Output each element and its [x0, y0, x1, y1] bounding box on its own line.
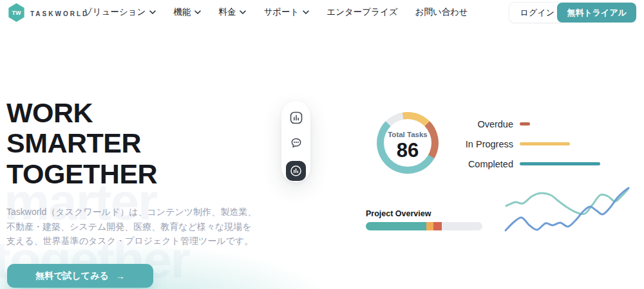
progress-segment-completed: [366, 222, 426, 230]
arrow-right-icon: →: [116, 271, 125, 281]
nav-item-label: 料金: [218, 6, 236, 18]
nav-item-enterprise[interactable]: エンタープライズ: [327, 6, 397, 18]
brand-name: TASKWORLD: [30, 10, 89, 17]
line-series-teal: [506, 189, 628, 214]
chevron-down-icon: [194, 10, 201, 14]
donut-center-value: 86: [377, 139, 439, 162]
hero-cta-label: 無料で試してみる: [35, 270, 109, 282]
project-overview-progress-bar: [366, 222, 482, 230]
hero-description: Taskworld（タスクワールド）は、コンテンツ制作、製造業、不動産・建築、シ…: [6, 205, 260, 248]
chevron-down-icon: [240, 10, 246, 14]
legend-bar-overdue: [520, 122, 530, 126]
nav-item-contact[interactable]: お問い合わせ: [415, 6, 468, 18]
legend-bar-completed: [520, 162, 600, 165]
hero-title: WORK SMARTER TOGETHER: [6, 98, 157, 189]
legend-label: Overdue: [451, 119, 513, 129]
taskworld-hexagon-icon: TW: [8, 3, 25, 22]
nav-item-label: お問い合わせ: [415, 6, 468, 18]
legend-label: In Progress: [451, 139, 513, 149]
hero-cta-button[interactable]: 無料で試してみる →: [7, 264, 153, 288]
nav-item-pricing[interactable]: 料金: [218, 6, 246, 18]
legend-label: Completed: [451, 159, 513, 169]
legend-row-in-progress: In Progress: [451, 134, 600, 154]
nav-item-label: エンタープライズ: [327, 6, 397, 18]
hero-title-line: SMARTER: [6, 128, 157, 158]
nav-item-features[interactable]: 機能: [173, 6, 201, 18]
hero-title-line: WORK: [6, 98, 157, 128]
progress-segment-in_progress: [426, 222, 433, 230]
chevron-down-icon: [303, 10, 309, 14]
bar-chart-filled-icon[interactable]: [286, 161, 306, 181]
free-trial-button[interactable]: 無料トライアル: [557, 3, 636, 23]
chat-bubble-icon[interactable]: [289, 136, 303, 150]
legend-row-overdue: Overdue: [451, 114, 600, 134]
bar-chart-outline-icon[interactable]: [289, 111, 303, 125]
taskworld-landing-page: marter together TW TASKWORLD™ ソリューション機能料…: [0, 0, 644, 289]
project-overview-title: Project Overview: [366, 209, 431, 218]
legend-row-completed: Completed: [451, 154, 600, 174]
progress-segment-overdue: [433, 222, 442, 230]
chevron-down-icon: [149, 10, 156, 14]
nav-item-support[interactable]: サポート: [263, 6, 309, 18]
brand-logo[interactable]: TW TASKWORLD™: [8, 3, 93, 22]
task-status-legend: OverdueIn ProgressCompleted: [451, 114, 600, 174]
floating-toolbar: [281, 101, 310, 182]
hero-title-line: TOGETHER: [6, 159, 157, 189]
total-tasks-donut-chart: Total Tasks 86: [377, 112, 439, 174]
donut-center-label: Total Tasks: [377, 131, 439, 138]
line-series-blue: [506, 188, 629, 230]
nav-item-label: サポート: [263, 6, 299, 18]
legend-bar-in-progress: [520, 142, 570, 145]
nav-item-label: 機能: [173, 6, 191, 18]
nav-item-label: ソリューション: [84, 6, 146, 18]
trend-line-chart: [496, 182, 641, 256]
nav-item-solutions[interactable]: ソリューション: [84, 6, 156, 18]
main-nav: ソリューション機能料金サポートエンタープライズお問い合わせ: [84, 0, 468, 24]
